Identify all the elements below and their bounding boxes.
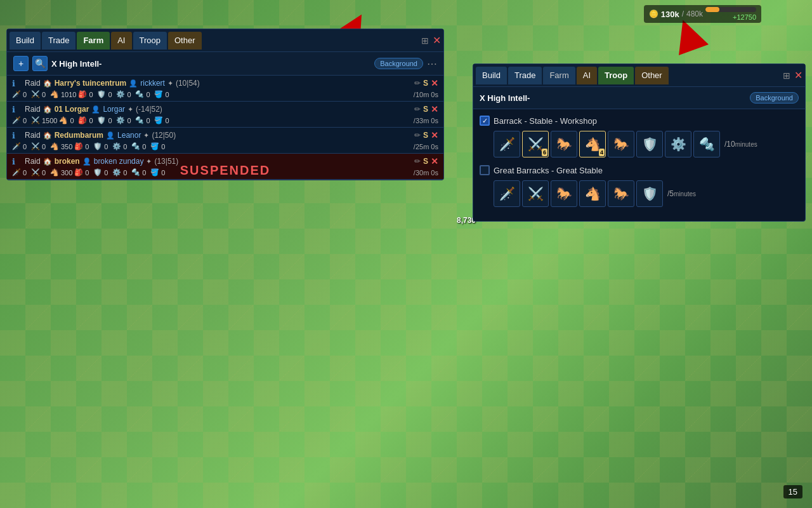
troop-spear-icon-3: 🗡️	[12, 142, 21, 150]
troop-icon-6-3: 🔩	[131, 142, 140, 150]
barrack-checkbox[interactable]	[480, 116, 490, 126]
troop-sword-icon-2: ⚔️	[31, 116, 40, 124]
unit-horse2[interactable]: 🐎	[608, 131, 634, 157]
right-tab-ai[interactable]: AI	[577, 67, 597, 84]
troop-horse-icon-2: 🐴	[59, 116, 68, 124]
time-val-3: /25m 0s	[414, 143, 438, 150]
troop-sword-icon-1: ⚔️	[31, 90, 40, 98]
city-name-2: 01 Lorgar	[55, 105, 89, 114]
city-icon-2: 🏠	[43, 105, 52, 114]
info-icon-2[interactable]: ℹ	[12, 105, 22, 114]
barrack-row: Barrack - Stable - Workshop	[480, 116, 799, 126]
s-btn-3[interactable]: S	[423, 131, 428, 140]
left-panel-header: + 🔍 X High Intell- Background ⋯	[7, 52, 443, 76]
unit-heavy-horse[interactable]: 🐴 4	[579, 131, 606, 157]
left-tab-build[interactable]: Build	[10, 32, 41, 50]
edit-btn-2[interactable]: ✏	[414, 105, 421, 114]
unit-workshop1[interactable]: ⚙️	[665, 131, 691, 157]
troop-icon-3-3: 🎒	[74, 142, 83, 150]
right-tab-other[interactable]: Other	[635, 67, 669, 84]
left-resize-btn[interactable]: ⊞	[421, 36, 429, 46]
right-panel-badge: Background	[750, 92, 799, 104]
info-icon-1[interactable]: ℹ	[12, 79, 22, 88]
right-tab-farm[interactable]: Farm	[543, 67, 575, 84]
troop-icon-6-2: 🔩	[135, 116, 144, 124]
great-barrack-checkbox[interactable]	[480, 165, 490, 175]
delete-btn-2[interactable]: ✕	[431, 104, 438, 114]
unit-workshop2[interactable]: 🔩	[693, 131, 720, 157]
left-panel-title: X High Intell-	[51, 59, 370, 69]
great-heavy-icon: 🐴	[585, 186, 601, 201]
right-panel: Build Trade Farm AI Troop Other ⊞ ✕ X Hi…	[473, 64, 806, 222]
coord-icon-1: ✦	[167, 79, 173, 88]
city-icon-4: 🏠	[43, 157, 52, 166]
raid-row-2: ℹ Raid 🏠 01 Lorgar 👤 Lorgar ✦ (-14|52) ✏…	[7, 102, 443, 128]
resource-progress-fill	[705, 7, 719, 12]
barrack-time: /10minutes	[724, 140, 757, 149]
add-button[interactable]: +	[13, 56, 29, 71]
left-tab-ai[interactable]: AI	[111, 32, 131, 50]
unit-sword[interactable]: ⚔️ 6	[522, 131, 549, 157]
player-icon-1: 👤	[129, 79, 138, 88]
info-icon-4[interactable]: ℹ	[12, 157, 22, 166]
left-panel: Build Trade Farm AI Troop Other ⊞ ✕ + 🔍 …	[6, 29, 444, 180]
info-icon-3[interactable]: ℹ	[12, 131, 22, 140]
great-unit-horse2[interactable]: 🐎	[608, 180, 634, 207]
troop-icon-5-4: ⚙️	[112, 168, 121, 177]
left-tab-troop[interactable]: Troop	[133, 32, 167, 50]
edit-btn-3[interactable]: ✏	[414, 131, 421, 140]
left-close-btn[interactable]: ✕	[433, 34, 441, 46]
right-close-btn[interactable]: ✕	[794, 69, 802, 81]
right-tab-troop[interactable]: Troop	[598, 67, 634, 84]
player-name-1: rickkert	[140, 79, 165, 88]
left-tab-trade[interactable]: Trade	[42, 32, 75, 50]
right-tab-trade[interactable]: Trade	[508, 67, 542, 84]
great-unit-shield[interactable]: 🛡️	[636, 180, 663, 207]
time-val-4: /30m 0s	[414, 169, 438, 177]
s-btn-4[interactable]: S	[423, 157, 428, 166]
troop-icon-7-1: 🪣	[154, 90, 163, 98]
workshop2-icon: 🔩	[699, 137, 715, 152]
workshop1-icon: ⚙️	[671, 137, 686, 152]
great-unit-heavy[interactable]: 🐴	[579, 180, 606, 207]
great-sword-icon: ⚔️	[528, 186, 544, 201]
troop-icon-3-1: 🎒	[78, 90, 87, 98]
search-button[interactable]: 🔍	[32, 56, 48, 71]
troop-icon-5-3: ⚙️	[112, 142, 121, 150]
troop-icon-4-4: 🛡️	[93, 168, 102, 177]
right-resize-btn[interactable]: ⊞	[783, 70, 790, 81]
delete-btn-4[interactable]: ✕	[431, 156, 438, 166]
troop-icon-4-3: 🛡️	[93, 142, 102, 150]
unit-shield[interactable]: 🛡️	[636, 131, 663, 157]
delete-btn-3[interactable]: ✕	[431, 130, 438, 140]
sword-badge: 6	[542, 149, 547, 156]
troop-icon-3-2: 🎒	[78, 116, 87, 124]
great-unit-horse[interactable]: 🐎	[551, 180, 577, 207]
great-unit-spear[interactable]: 🗡️	[494, 180, 520, 207]
right-tab-build[interactable]: Build	[476, 67, 507, 84]
edit-btn-4[interactable]: ✏	[414, 157, 421, 166]
troop-sword-icon-4: ⚔️	[31, 168, 40, 177]
raid-row-3: ℹ Raid 🏠 Redumbarum 👤 Leanor ✦ (12|50) ✏…	[7, 128, 443, 154]
left-panel-menu[interactable]: ⋯	[427, 58, 437, 70]
suspended-overlay: SUSPENDED	[180, 163, 270, 178]
s-btn-1[interactable]: S	[423, 79, 428, 88]
raid-label-3: Raid	[25, 131, 41, 140]
city-name-3: Redumbarum	[55, 131, 103, 140]
troop-icon-3-4: 🎒	[74, 168, 83, 177]
edit-btn-1[interactable]: ✏	[414, 79, 421, 88]
heavy-horse-icon: 🐴	[585, 137, 601, 152]
great-unit-sword[interactable]: ⚔️	[522, 180, 549, 207]
right-panel-header: X High Intell- Background	[473, 87, 805, 109]
left-tab-farm[interactable]: Farm	[77, 32, 110, 50]
s-btn-2[interactable]: S	[423, 105, 428, 114]
unit-spear[interactable]: 🗡️	[494, 131, 520, 157]
troop-horse-icon-3: 🐴	[50, 142, 59, 150]
troop-spear-icon-2: 🗡️	[12, 116, 21, 124]
delete-btn-1[interactable]: ✕	[431, 78, 438, 88]
left-tab-other[interactable]: Other	[168, 32, 202, 50]
raid-label-4: Raid	[25, 157, 41, 166]
raid-row-4: ℹ Raid 🏠 broken 👤 broken zunday ✦ (13|51…	[7, 154, 443, 180]
troop-horse-icon-4: 🐴	[50, 168, 59, 177]
unit-horse[interactable]: 🐎	[551, 131, 577, 157]
